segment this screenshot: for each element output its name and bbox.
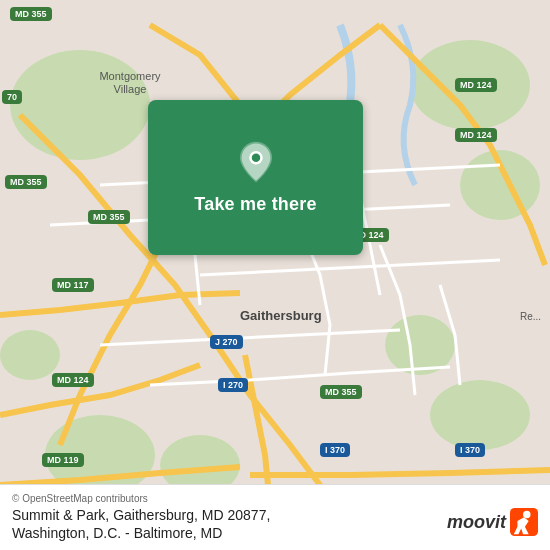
svg-point-14 [251, 154, 259, 162]
svg-text:Re...: Re... [520, 311, 541, 322]
badge-i370: I 370 [320, 443, 350, 457]
moovit-text: moovit [447, 512, 506, 533]
badge-md117: MD 117 [52, 278, 94, 292]
svg-point-16 [523, 511, 530, 518]
svg-text:Gaithersburg: Gaithersburg [240, 308, 322, 323]
badge-70: 70 [2, 90, 22, 104]
badge-md119: MD 119 [42, 453, 84, 467]
svg-text:Village: Village [114, 83, 147, 95]
take-me-there-button[interactable]: Take me there [148, 100, 363, 255]
map-container: Montgomery Village Gaithersburg Re... MD… [0, 0, 550, 550]
badge-md355-bot: MD 355 [320, 385, 362, 399]
svg-point-1 [10, 50, 150, 160]
take-me-there-label: Take me there [194, 194, 316, 215]
badge-j270: J 270 [210, 335, 243, 349]
badge-md124-tr2: MD 124 [455, 128, 497, 142]
map-attribution: © OpenStreetMap contributors [12, 493, 538, 504]
badge-md124-bl: MD 124 [52, 373, 94, 387]
moovit-logo: moovit [447, 508, 538, 536]
svg-text:Montgomery: Montgomery [99, 70, 161, 82]
badge-md355-0: MD 355 [10, 7, 52, 21]
location-name: Summit & Park, Gaithersburg, MD 20877, [12, 507, 270, 523]
badge-md124-tr: MD 124 [455, 78, 497, 92]
badge-i370-2: I 370 [455, 443, 485, 457]
location-pin-icon [234, 140, 278, 184]
svg-point-6 [0, 330, 60, 380]
badge-md355-mid: MD 355 [88, 210, 130, 224]
moovit-icon [510, 508, 538, 536]
badge-md355-top: MD 355 [5, 175, 47, 189]
badge-i270: I 270 [218, 378, 248, 392]
svg-point-7 [430, 380, 530, 450]
location-region: Washington, D.C. - Baltimore, MD [12, 525, 222, 541]
